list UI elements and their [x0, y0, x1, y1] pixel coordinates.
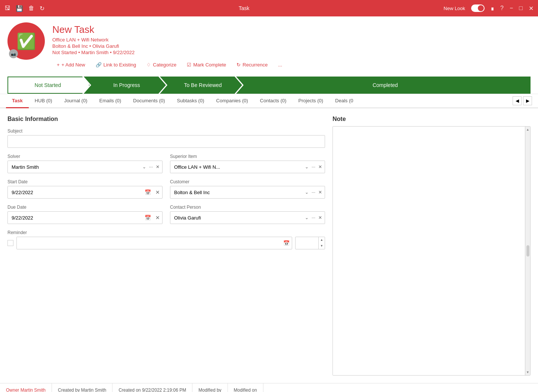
due-date-clear-btn[interactable]: ✕: [153, 215, 162, 221]
time-spin-down[interactable]: ▼: [319, 243, 325, 249]
company-name: Bolton & Bell Inc: [52, 43, 88, 49]
more-button[interactable]: ...: [274, 60, 287, 70]
header-top: 📷 ✅ New Task Office LAN + Wifi Network B…: [7, 22, 531, 72]
reminder-checkbox[interactable]: [7, 240, 13, 246]
solver-actions: ⌄ ··· ✕: [140, 164, 162, 170]
superior-item-field-group: Superior Item ⌄ ··· ✕: [170, 154, 325, 173]
reminder-calendar-btn[interactable]: 📅: [281, 240, 292, 246]
subject-field-group: Subject: [7, 128, 325, 148]
superior-item-label: Superior Item: [170, 154, 325, 159]
subject-label: Subject: [7, 128, 325, 134]
note-title: Note: [333, 116, 531, 122]
save-icon[interactable]: 🖫: [4, 5, 10, 12]
contact-person-dropdown-btn[interactable]: ⌄: [304, 214, 310, 221]
tab-journal[interactable]: Journal (0): [58, 94, 93, 108]
start-date-calendar-btn[interactable]: 📅: [142, 189, 153, 195]
owner-link[interactable]: Owner Martin Smith: [6, 388, 46, 392]
superior-item-dropdown-btn[interactable]: ⌄: [304, 164, 310, 170]
status-not-started[interactable]: Not Started: [7, 77, 90, 94]
right-panel: Note ▲ ▼: [333, 116, 531, 376]
save-as-icon[interactable]: 💾: [16, 5, 23, 12]
superior-item-clear-btn[interactable]: ✕: [317, 164, 323, 170]
customer-more-btn[interactable]: ···: [310, 189, 316, 196]
reminder-time-input[interactable]: [296, 238, 318, 248]
tab-documents[interactable]: Documents (0): [127, 94, 171, 108]
mark-complete-button[interactable]: ☑ Mark Complete: [182, 60, 231, 70]
scroll-thumb[interactable]: [526, 245, 529, 256]
contact-person-input[interactable]: [170, 213, 302, 223]
header-owner: Martin Smith: [81, 50, 109, 55]
customer-clear-btn[interactable]: ✕: [317, 189, 323, 196]
solver-label: Solver: [7, 154, 163, 159]
tab-companies[interactable]: Companies (0): [210, 94, 254, 108]
categorize-button[interactable]: ♢ Categorize: [142, 60, 181, 70]
header-section: 📷 ✅ New Task Office LAN + Wifi Network B…: [0, 16, 538, 94]
app-icon[interactable]: ∎: [491, 5, 494, 12]
tab-subtasks[interactable]: Subtasks (0): [171, 94, 210, 108]
header-meta: Not Started • Martin Smith • 9/22/2022: [52, 50, 531, 55]
link-existing-button[interactable]: 🔗 Link to Existing: [91, 60, 140, 70]
start-date-clear-btn[interactable]: ✕: [153, 189, 162, 195]
solver-field-group: Solver ⌄ ··· ✕: [7, 154, 163, 173]
note-textarea[interactable]: [333, 127, 530, 375]
tab-emails[interactable]: Emails (0): [93, 94, 127, 108]
customer-dropdown-btn[interactable]: ⌄: [304, 189, 310, 196]
scroll-down-icon[interactable]: ▼: [526, 369, 529, 375]
close-icon[interactable]: ✕: [529, 5, 534, 12]
solver-clear-btn[interactable]: ✕: [155, 164, 161, 170]
refresh-icon[interactable]: ↻: [40, 5, 44, 12]
tab-hub[interactable]: HUB (0): [29, 94, 58, 108]
start-date-label: Start Date: [7, 179, 163, 184]
tab-projects[interactable]: Projects (0): [293, 94, 329, 108]
record-title: New Task: [52, 24, 531, 35]
content-area: Basic Information Subject Solver ⌄ ··· ✕: [0, 108, 538, 383]
new-look-toggle[interactable]: [471, 4, 485, 12]
superior-item-more-btn[interactable]: ···: [310, 164, 316, 170]
add-new-button[interactable]: + + Add New: [52, 60, 90, 70]
camera-icon[interactable]: 📷: [9, 49, 18, 58]
status-in-progress[interactable]: In Progress: [84, 77, 166, 94]
tab-deals[interactable]: Deals (0: [329, 94, 359, 108]
start-date-input[interactable]: [8, 187, 142, 197]
time-spin-up[interactable]: ▲: [319, 237, 325, 243]
solver-more-btn[interactable]: ···: [148, 164, 154, 170]
superior-item-input[interactable]: [170, 162, 302, 172]
superior-item-actions: ⌄ ··· ✕: [302, 164, 325, 170]
status-to-be-reviewed[interactable]: To Be Reviewed: [160, 77, 242, 94]
subject-input[interactable]: [7, 135, 325, 148]
status-footer: Owner Martin Smith Created by Martin Smi…: [0, 383, 538, 392]
delete-icon[interactable]: 🗑: [28, 5, 34, 12]
status-completed[interactable]: Completed: [236, 77, 531, 94]
customer-input[interactable]: [170, 187, 302, 197]
footer-owner[interactable]: Owner Martin Smith: [0, 383, 52, 392]
contact-person-field-group: Contact Person ⌄ ··· ✕: [170, 205, 325, 224]
due-date-calendar-btn[interactable]: 📅: [142, 215, 153, 221]
tab-task[interactable]: Task: [6, 94, 29, 108]
due-date-label: Due Date: [7, 205, 163, 210]
reminder-date-input[interactable]: [17, 238, 281, 248]
toggle-knob: [478, 5, 484, 11]
contact-person-field: ⌄ ··· ✕: [170, 211, 325, 224]
contact-person-more-btn[interactable]: ···: [310, 214, 316, 221]
superior-item-field: ⌄ ··· ✕: [170, 161, 325, 173]
solver-input[interactable]: [8, 162, 140, 172]
footer-created-on: Created on 9/22/2022 2:19:06 PM: [112, 383, 192, 392]
scroll-up-icon[interactable]: ▲: [526, 127, 529, 133]
solver-dropdown-btn[interactable]: ⌄: [141, 164, 147, 170]
contact-person-clear-btn[interactable]: ✕: [317, 214, 323, 221]
tab-prev-button[interactable]: ◀: [513, 96, 522, 105]
footer-modified-by: Modified by: [192, 383, 228, 392]
help-icon[interactable]: ?: [500, 5, 504, 12]
task-icon: ✅: [16, 32, 36, 50]
title-bar-right: New Look ∎ ? − □ ✕: [443, 4, 534, 12]
link-icon: 🔗: [96, 62, 102, 68]
tab-contacts[interactable]: Contacts (0): [254, 94, 293, 108]
tab-navigation: ◀ ▶: [513, 96, 532, 105]
recurrence-button[interactable]: ↻ Recurrence: [232, 60, 272, 70]
minimize-icon[interactable]: −: [510, 5, 513, 12]
tab-next-button[interactable]: ▶: [523, 96, 532, 105]
status-bar: Not Started In Progress To Be Reviewed C…: [7, 77, 531, 94]
due-date-input[interactable]: [8, 213, 142, 223]
maximize-icon[interactable]: □: [519, 5, 523, 12]
note-scrollbar: ▲ ▼: [525, 127, 530, 375]
